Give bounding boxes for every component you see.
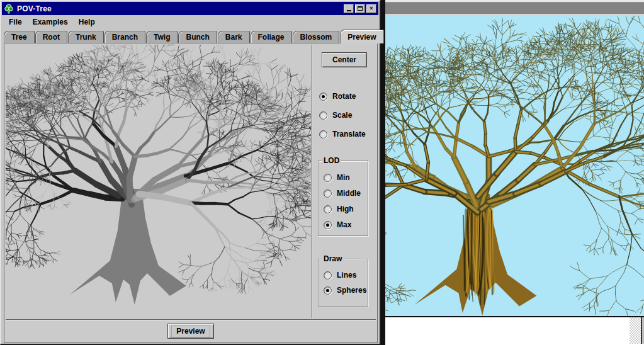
rendered-tree-image (385, 16, 644, 316)
radio-scale[interactable]: Scale (319, 109, 352, 122)
app-tree-icon (4, 4, 14, 14)
tab-preview[interactable]: Preview (340, 30, 383, 43)
radio-label: Translate (332, 130, 366, 139)
radio-icon (324, 174, 332, 182)
radio-icon (324, 221, 332, 229)
radio-icon (319, 111, 327, 120)
tab-bark[interactable]: Bark (218, 31, 250, 43)
render-window-bottom-area (385, 317, 644, 344)
radio-icon (319, 130, 327, 139)
radio-icon (324, 205, 332, 213)
radio-label: High (337, 205, 354, 213)
radio-label: Min (337, 173, 350, 182)
preview-tab-panel: Center Rotate Scale Translate LOD Min (4, 43, 378, 343)
tab-tree[interactable]: Tree (4, 31, 35, 43)
radio-icon (324, 271, 332, 280)
render-window-header[interactable] (385, 3, 644, 14)
draw-group: Draw Lines Spheres (318, 259, 368, 307)
radio-draw-lines[interactable]: Lines (324, 269, 356, 281)
maximize-icon (358, 6, 363, 11)
desktop: { "left_window": { "title": "POV-Tree", … (0, 0, 644, 345)
lod-group-label: LOD (322, 156, 341, 165)
radio-draw-spheres[interactable]: Spheres (324, 284, 366, 297)
menu-bar: File Examples Help (2, 15, 378, 29)
radio-icon (324, 189, 332, 198)
preview-button[interactable]: Preview (167, 324, 214, 339)
center-button[interactable]: Center (322, 52, 367, 67)
radio-label: Rotate (332, 92, 356, 101)
radio-rotate[interactable]: Rotate (319, 90, 356, 103)
menu-examples[interactable]: Examples (32, 16, 69, 28)
maximize-button[interactable] (355, 4, 365, 13)
menu-help[interactable]: Help (78, 16, 96, 28)
tab-bar: Tree Root Trunk Branch Twig Bunch Bark F… (4, 30, 377, 43)
render-viewport (385, 16, 644, 316)
tab-trunk[interactable]: Trunk (68, 31, 104, 43)
radio-icon (324, 286, 332, 295)
tab-blossom[interactable]: Blossom (293, 31, 340, 43)
preview-controls: Center Rotate Scale Translate LOD Min (313, 45, 376, 318)
window-title: POV-Tree (17, 4, 344, 13)
radio-label: Lines (337, 271, 356, 280)
radio-lod-middle[interactable]: Middle (324, 187, 361, 200)
povray-render-window (385, 0, 644, 345)
render-window-right-edge (641, 317, 644, 344)
tab-root[interactable]: Root (35, 31, 67, 43)
radio-lod-max[interactable]: Max (324, 218, 351, 231)
bottom-button-strip: Preview (6, 319, 376, 342)
radio-label: Max (337, 220, 351, 229)
title-bar[interactable]: POV-Tree × (2, 2, 378, 15)
close-button[interactable]: × (366, 4, 376, 13)
tab-bunch[interactable]: Bunch (178, 31, 217, 43)
radio-icon (319, 93, 327, 101)
radio-label: Middle (337, 189, 361, 198)
tab-branch[interactable]: Branch (105, 31, 145, 43)
radio-label: Spheres (337, 286, 366, 295)
draw-group-label: Draw (322, 254, 344, 263)
tab-twig[interactable]: Twig (146, 31, 178, 43)
wireframe-tree-preview[interactable] (6, 45, 311, 317)
tab-foliage[interactable]: Foliage (251, 31, 292, 43)
preview-viewport[interactable] (6, 45, 312, 318)
minimize-button[interactable] (344, 4, 354, 13)
menu-file[interactable]: File (8, 16, 23, 28)
radio-label: Scale (332, 111, 352, 120)
minimize-icon (347, 10, 351, 11)
radio-lod-high[interactable]: High (324, 203, 354, 215)
radio-lod-min[interactable]: Min (324, 171, 350, 184)
close-icon: × (370, 6, 373, 11)
lod-group: LOD Min Middle High Max (318, 161, 368, 236)
radio-translate[interactable]: Translate (319, 128, 366, 140)
pov-tree-window: POV-Tree × File Examples Help Tree Root … (0, 0, 381, 345)
scrollbar-track[interactable] (630, 317, 641, 344)
preview-button-label: Preview (171, 325, 210, 337)
